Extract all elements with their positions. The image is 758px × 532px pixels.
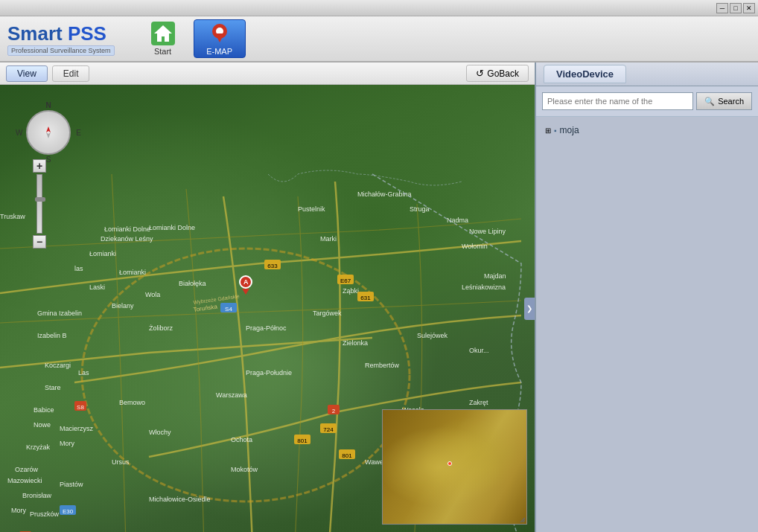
svg-marker-94 <box>46 132 51 138</box>
minimap[interactable] <box>382 409 527 525</box>
svg-text:Łomianki: Łomianki <box>89 250 116 257</box>
zoom-thumb[interactable] <box>35 197 45 202</box>
svg-text:Toruńska: Toruńska <box>193 303 218 313</box>
pin-marker: A <box>239 275 252 289</box>
svg-text:Warszawa: Warszawa <box>216 391 247 399</box>
svg-text:E30: E30 <box>63 508 74 515</box>
svg-text:Ząbki: Ząbki <box>343 287 359 295</box>
map-toolbar: View Edit ↺ GoBack <box>0 63 535 85</box>
svg-text:Gmina Izabelin: Gmina Izabelin <box>37 310 82 317</box>
device-item[interactable]: ⊞ ▪ moja <box>542 123 752 138</box>
svg-text:Izabelin B: Izabelin B <box>37 332 67 339</box>
goback-button[interactable]: ↺ GoBack <box>466 65 529 82</box>
zoom-out-button[interactable]: − <box>33 235 46 249</box>
svg-text:2: 2 <box>332 408 336 414</box>
svg-text:631: 631 <box>360 295 371 301</box>
edit-tab[interactable]: Edit <box>52 65 90 82</box>
titlebar: ─ □ ✕ <box>0 0 758 16</box>
compass-arrow-icon <box>41 125 56 140</box>
svg-text:Włochy: Włochy <box>149 429 171 436</box>
svg-text:Zielonka: Zielonka <box>343 339 368 347</box>
svg-text:Ochota: Ochota <box>231 436 252 443</box>
nav-start[interactable]: Start <box>137 19 189 58</box>
app-header: Smart PSS Professional Surveillance Syst… <box>0 16 758 63</box>
svg-text:Las: Las <box>78 369 89 376</box>
panel-search-bar: 🔍 Search <box>536 86 758 117</box>
main-content: View Edit ↺ GoBack <box>0 63 758 532</box>
device-search-input[interactable] <box>542 92 693 110</box>
search-button[interactable]: 🔍 Search <box>696 92 752 110</box>
app-brand: Smart <box>7 22 68 45</box>
compass-north: N <box>45 101 51 109</box>
svg-text:724: 724 <box>323 426 334 433</box>
svg-text:Praga-Północ: Praga-Północ <box>246 324 287 332</box>
search-icon: 🔍 <box>704 97 715 106</box>
svg-text:Łomianki Dolne: Łomianki Dolne <box>104 225 150 233</box>
map-area: View Edit ↺ GoBack <box>0 63 535 532</box>
svg-text:Stare: Stare <box>45 384 61 391</box>
svg-text:Wołomin: Wołomin <box>462 243 488 250</box>
svg-text:Nowe: Nowe <box>34 421 51 429</box>
svg-text:Mory: Mory <box>11 507 26 514</box>
compass-west: W <box>16 129 22 137</box>
svg-text:Bronisław: Bronisław <box>22 492 52 499</box>
pin-tail <box>242 289 249 295</box>
compass-rose[interactable]: N S E W <box>26 110 71 155</box>
svg-text:Michałowice-Osiedle: Michałowice-Osiedle <box>149 496 211 503</box>
search-button-label: Search <box>718 97 744 106</box>
zoom-slider[interactable] <box>36 174 42 234</box>
svg-text:Koczargi: Koczargi <box>45 362 71 369</box>
minimap-location-dot <box>448 461 452 466</box>
svg-text:Łomianki Dolne: Łomianki Dolne <box>149 224 195 231</box>
svg-text:Bielany: Bielany <box>112 302 134 310</box>
svg-text:Rembertów: Rembertów <box>365 362 400 369</box>
svg-text:Majdan: Majdan <box>484 272 506 280</box>
svg-text:S8: S8 <box>77 404 84 411</box>
svg-text:Białołęka: Białołęka <box>179 280 206 287</box>
nav-emap[interactable]: E-MAP <box>194 19 246 58</box>
compass[interactable]: N S E W <box>22 100 74 152</box>
svg-text:Laski: Laski <box>89 283 105 291</box>
svg-text:801: 801 <box>342 452 352 459</box>
svg-text:Okur...: Okur... <box>469 347 489 354</box>
restore-button[interactable]: □ <box>730 3 742 13</box>
svg-text:Dziekanów Leśny: Dziekanów Leśny <box>101 235 153 243</box>
right-panel: VideoDevice 🔍 Search ⊞ ▪ moja <box>535 63 758 532</box>
map-container[interactable]: Warszawa Praga-Północ Praga-Południe Żol… <box>0 85 535 532</box>
svg-text:Mory: Mory <box>60 440 74 447</box>
view-tab[interactable]: View <box>6 65 48 82</box>
svg-text:Żoliborz: Żoliborz <box>149 324 173 332</box>
panel-expand-arrow[interactable]: ❯ <box>524 298 535 320</box>
svg-text:Wola: Wola <box>145 291 160 298</box>
nav-start-label: Start <box>154 47 171 56</box>
close-button[interactable]: ✕ <box>743 3 755 13</box>
zoom-in-button[interactable]: + <box>33 159 46 173</box>
svg-text:Macierzysz: Macierzysz <box>60 425 94 432</box>
app-product: PSS <box>68 22 106 45</box>
svg-text:Michałów-Grabina: Michałów-Grabina <box>357 190 412 198</box>
svg-text:Pruszków: Pruszków <box>30 510 60 518</box>
svg-text:Targówek: Targówek <box>313 310 342 317</box>
svg-text:Marki: Marki <box>320 235 337 243</box>
svg-text:Bemowo: Bemowo <box>119 399 145 406</box>
svg-text:las: las <box>74 265 83 272</box>
svg-text:Sulejówek: Sulejówek <box>417 332 448 339</box>
svg-text:S4: S4 <box>225 306 232 313</box>
minimize-button[interactable]: ─ <box>716 3 728 13</box>
svg-text:Ozarów: Ozarów <box>15 466 39 473</box>
panel-header: VideoDevice <box>536 63 758 86</box>
svg-text:Łomianki: Łomianki <box>119 269 146 276</box>
svg-text:Truskaw: Truskaw <box>0 213 25 220</box>
svg-text:Leśniakowizna: Leśniakowizna <box>462 283 506 291</box>
svg-text:Nowe Lipiny: Nowe Lipiny <box>469 228 506 235</box>
svg-text:Piastów: Piastów <box>60 481 83 488</box>
svg-text:Mokotów: Mokotów <box>231 466 258 473</box>
svg-text:Zakręt: Zakręt <box>469 399 488 406</box>
logo-area: Smart PSS Professional Surveillance Syst… <box>7 22 115 56</box>
expand-icon: ▪ <box>554 126 557 135</box>
svg-marker-93 <box>46 126 51 132</box>
svg-text:633: 633 <box>267 263 278 269</box>
minimap-resize-handle[interactable] <box>516 513 525 522</box>
svg-text:Ursus: Ursus <box>112 458 130 466</box>
panel-title: VideoDevice <box>544 65 626 83</box>
